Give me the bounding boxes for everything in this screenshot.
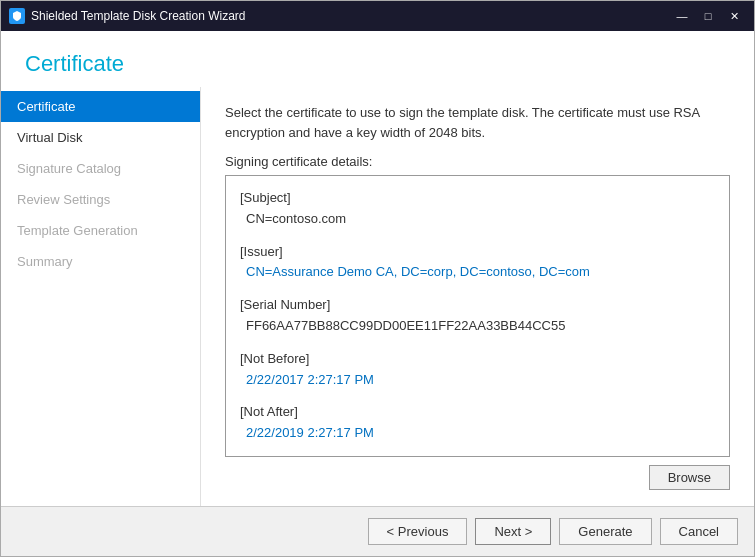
sidebar-item-virtual-disk[interactable]: Virtual Disk [1, 122, 200, 153]
cert-serial-value: FF66AA77BB88CC99DD00EE11FF22AA33BB44CC55 [240, 316, 715, 337]
cert-subject-label: [Subject] [240, 188, 715, 209]
next-button[interactable]: Next > [475, 518, 551, 545]
titlebar-title: Shielded Template Disk Creation Wizard [31, 9, 670, 23]
sidebar: Certificate Virtual Disk Signature Catal… [1, 87, 201, 506]
browse-button[interactable]: Browse [649, 465, 730, 490]
app-icon [9, 8, 25, 24]
signing-label: Signing certificate details: [225, 154, 730, 169]
cert-details-box: [Subject] CN=contoso.com [Issuer] CN=Ass… [225, 175, 730, 457]
cert-issuer-section: [Issuer] CN=Assurance Demo CA, DC=corp, … [240, 242, 715, 284]
window-controls: — □ ✕ [670, 6, 746, 26]
close-button[interactable]: ✕ [722, 6, 746, 26]
cert-thumbprint-section: [Thumbprint] AA11BB22CC33DD44EE55FF66AA7… [240, 456, 715, 457]
cert-not-after-value: 2/22/2019 2:27:17 PM [240, 423, 715, 444]
sidebar-item-summary: Summary [1, 246, 200, 277]
page-title: Certificate [1, 31, 754, 87]
cert-serial-section: [Serial Number] FF66AA77BB88CC99DD00EE11… [240, 295, 715, 337]
maximize-button[interactable]: □ [696, 6, 720, 26]
cert-thumbprint-label: [Thumbprint] [240, 456, 715, 457]
sidebar-item-certificate[interactable]: Certificate [1, 91, 200, 122]
previous-button[interactable]: < Previous [368, 518, 468, 545]
browse-row: Browse [225, 465, 730, 490]
cert-issuer-label: [Issuer] [240, 242, 715, 263]
sidebar-item-template-generation: Template Generation [1, 215, 200, 246]
cert-not-after-label: [Not After] [240, 402, 715, 423]
cert-serial-label: [Serial Number] [240, 295, 715, 316]
cert-issuer-value: CN=Assurance Demo CA, DC=corp, DC=contos… [240, 262, 715, 283]
wizard-window: Shielded Template Disk Creation Wizard —… [0, 0, 755, 557]
sidebar-item-signature-catalog: Signature Catalog [1, 153, 200, 184]
cert-not-after-section: [Not After] 2/22/2019 2:27:17 PM [240, 402, 715, 444]
cert-not-before-label: [Not Before] [240, 349, 715, 370]
content-area: Certificate Certificate Virtual Disk Sig… [1, 31, 754, 506]
right-panel: Select the certificate to use to sign th… [201, 87, 754, 506]
minimize-button[interactable]: — [670, 6, 694, 26]
cert-not-before-value: 2/22/2017 2:27:17 PM [240, 370, 715, 391]
main-area: Certificate Virtual Disk Signature Catal… [1, 87, 754, 506]
cert-subject-section: [Subject] CN=contoso.com [240, 188, 715, 230]
titlebar: Shielded Template Disk Creation Wizard —… [1, 1, 754, 31]
cert-subject-value: CN=contoso.com [240, 209, 715, 230]
cert-not-before-section: [Not Before] 2/22/2017 2:27:17 PM [240, 349, 715, 391]
generate-button[interactable]: Generate [559, 518, 651, 545]
description-text: Select the certificate to use to sign th… [225, 103, 730, 142]
cancel-button[interactable]: Cancel [660, 518, 738, 545]
sidebar-item-review-settings: Review Settings [1, 184, 200, 215]
footer: < Previous Next > Generate Cancel [1, 506, 754, 556]
